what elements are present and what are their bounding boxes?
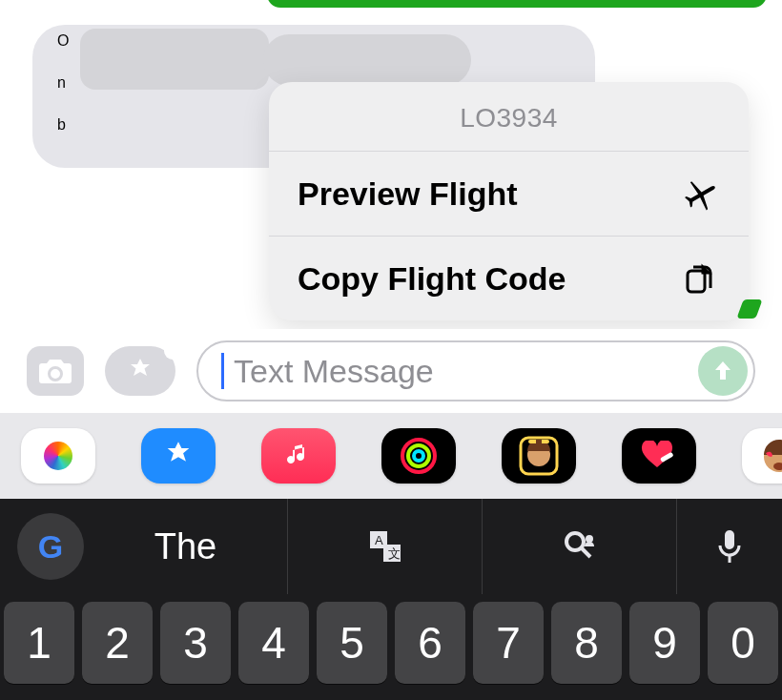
camera-button[interactable] bbox=[27, 346, 84, 396]
sent-bubble-fragment bbox=[267, 0, 767, 8]
svg-rect-16 bbox=[725, 530, 734, 549]
search-button[interactable] bbox=[483, 499, 677, 594]
redaction-block bbox=[80, 29, 269, 90]
key-9[interactable]: 9 bbox=[629, 602, 700, 684]
key-3[interactable]: 3 bbox=[160, 602, 231, 684]
svg-point-3 bbox=[414, 451, 423, 461]
redaction-block bbox=[263, 34, 471, 86]
key-8[interactable]: 8 bbox=[551, 602, 622, 684]
svg-point-14 bbox=[566, 533, 584, 550]
copy-flight-code-item[interactable]: Copy Flight Code bbox=[269, 237, 749, 320]
compose-bar: Text Message bbox=[0, 329, 782, 413]
microphone-icon bbox=[717, 528, 742, 565]
key-4[interactable]: 4 bbox=[238, 602, 309, 684]
svg-rect-7 bbox=[536, 440, 542, 443]
voice-input-button[interactable] bbox=[677, 499, 782, 594]
suggestion-word[interactable]: The bbox=[84, 499, 288, 594]
apps-icon bbox=[126, 357, 154, 385]
google-search-button[interactable]: G bbox=[17, 513, 84, 580]
message-input[interactable]: Text Message bbox=[196, 340, 755, 401]
key-0[interactable]: 0 bbox=[708, 602, 778, 684]
popover-item-label: Preview Flight bbox=[298, 175, 518, 213]
search-person-icon bbox=[562, 528, 598, 565]
send-button[interactable] bbox=[698, 346, 748, 396]
apps-indicator bbox=[164, 342, 181, 360]
translate-button[interactable]: A文 bbox=[288, 499, 483, 594]
key-6[interactable]: 6 bbox=[395, 602, 465, 684]
translate-icon: A文 bbox=[366, 527, 404, 566]
key-5[interactable]: 5 bbox=[317, 602, 387, 684]
svg-point-2 bbox=[408, 445, 429, 466]
key-2[interactable]: 2 bbox=[82, 602, 153, 684]
memoji-app-icon[interactable] bbox=[502, 428, 576, 484]
svg-point-15 bbox=[586, 535, 593, 543]
suggestion-bar: G The A文 bbox=[0, 499, 782, 594]
documents-icon bbox=[678, 257, 720, 299]
appstore-app-icon[interactable] bbox=[141, 428, 216, 484]
number-key-row: 1 2 3 4 5 6 7 8 9 0 bbox=[0, 594, 782, 700]
camera-icon bbox=[38, 358, 72, 384]
preview-flight-item[interactable]: Preview Flight bbox=[269, 152, 749, 237]
popover-item-label: Copy Flight Code bbox=[298, 260, 566, 298]
arrow-up-icon bbox=[710, 359, 735, 383]
conversation-area: O n b LO3934 Preview Flight Copy Flight … bbox=[0, 0, 782, 329]
svg-text:A: A bbox=[375, 533, 383, 547]
data-detector-popover: LO3934 Preview Flight Copy Flight Code bbox=[269, 82, 749, 320]
google-logo-icon: G bbox=[38, 528, 63, 566]
suggestion-label: The bbox=[154, 526, 216, 567]
svg-text:文: 文 bbox=[388, 546, 401, 561]
message-text-line: O bbox=[57, 32, 69, 50]
message-text-line: b bbox=[57, 116, 66, 134]
text-cursor bbox=[221, 353, 224, 389]
input-placeholder: Text Message bbox=[234, 353, 434, 390]
key-7[interactable]: 7 bbox=[473, 602, 544, 684]
app-strip[interactable] bbox=[0, 413, 782, 499]
key-1[interactable]: 1 bbox=[4, 602, 74, 684]
music-app-icon[interactable] bbox=[261, 428, 336, 484]
popover-title: LO3934 bbox=[269, 82, 749, 152]
fitness-app-icon[interactable] bbox=[381, 428, 456, 484]
photos-app-icon[interactable] bbox=[21, 428, 95, 484]
health-app-icon[interactable] bbox=[622, 428, 696, 484]
message-text-line: n bbox=[57, 74, 66, 92]
memoji-sticker-app-icon[interactable] bbox=[742, 428, 782, 484]
airplane-icon bbox=[678, 173, 720, 215]
